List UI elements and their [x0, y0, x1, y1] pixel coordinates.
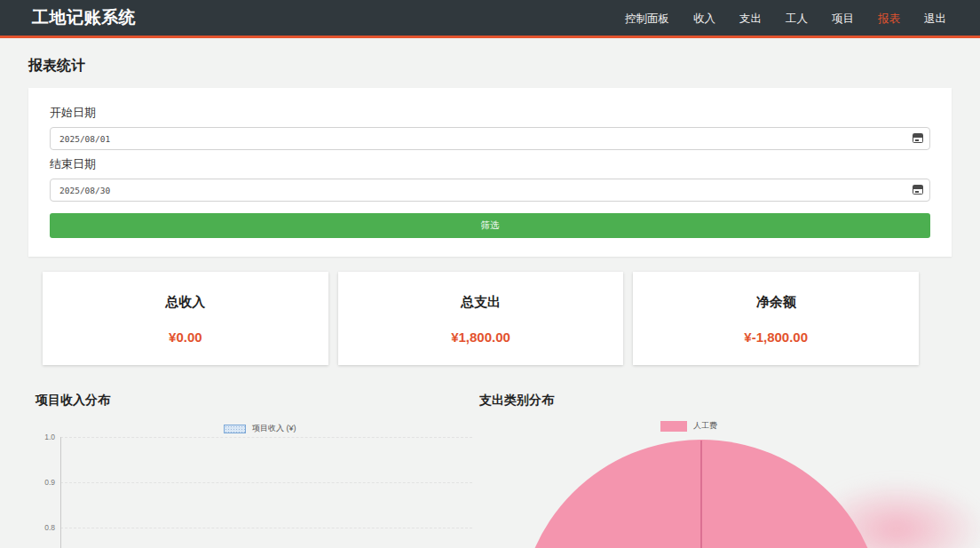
gridline	[60, 482, 472, 483]
gridline	[60, 528, 472, 528]
expense-chart-legend[interactable]: 人工费	[660, 420, 717, 432]
legend-label: 项目收入 (¥)	[252, 423, 296, 434]
calendar-icon[interactable]	[913, 133, 923, 143]
app-title[interactable]: 工地记账系统	[32, 6, 136, 29]
card-title: 净余额	[633, 294, 919, 311]
legend-label: 人工费	[693, 420, 717, 432]
card-value: ¥0.00	[43, 330, 328, 345]
nav-item-reports[interactable]: 报表	[878, 12, 900, 25]
summary-card-total-income: 总收入 ¥0.00	[43, 272, 328, 365]
page-title: 报表统计	[28, 57, 952, 75]
y-axis-line	[60, 437, 61, 548]
nav-item-projects[interactable]: 项目	[832, 12, 854, 25]
bar-legend-swatch-icon	[224, 425, 246, 433]
card-title: 总支出	[338, 294, 624, 311]
calendar-icon[interactable]	[913, 185, 923, 195]
nav-item-income[interactable]: 收入	[693, 12, 715, 25]
main-content: 报表统计 开始日期 结束日期 筛选 总收入 ¥0.00 总支出 ¥1,800.0…	[0, 57, 980, 365]
date-filter-panel: 开始日期 结束日期 筛选	[28, 88, 952, 257]
end-date-wrap	[50, 179, 930, 202]
pie-legend-swatch-icon	[660, 421, 687, 432]
card-value: ¥-1,800.00	[633, 330, 919, 345]
end-date-label: 结束日期	[50, 156, 930, 172]
y-axis-tick: 0.9	[25, 478, 55, 487]
start-date-label: 开始日期	[50, 105, 930, 121]
income-chart-title: 项目收入分布	[36, 393, 110, 409]
end-date-input[interactable]	[50, 179, 930, 202]
nav-item-expense[interactable]: 支出	[739, 12, 762, 25]
summary-cards-row: 总收入 ¥0.00 总支出 ¥1,800.00 净余额 ¥-1,800.00	[43, 272, 919, 365]
nav-item-logout[interactable]: 退出	[924, 12, 946, 25]
filter-submit-button[interactable]: 筛选	[50, 213, 930, 238]
gridline	[60, 437, 472, 438]
card-value: ¥1,800.00	[338, 330, 624, 345]
pie-slice-divider	[700, 441, 702, 548]
y-axis-tick: 0.8	[25, 523, 55, 532]
y-axis-tick: 1.0	[25, 433, 55, 441]
expense-chart-title: 支出类别分布	[479, 393, 554, 409]
start-date-wrap	[50, 127, 930, 150]
top-navbar: 工地记账系统 控制面板 收入 支出 工人 项目 报表 退出	[0, 0, 980, 38]
summary-card-total-expense: 总支出 ¥1,800.00	[338, 272, 624, 365]
start-date-input[interactable]	[50, 127, 930, 150]
income-chart-legend[interactable]: 项目收入 (¥)	[224, 423, 296, 434]
nav-item-dashboard[interactable]: 控制面板	[625, 12, 669, 25]
nav-menu: 控制面板 收入 支出 工人 项目 报表 退出	[625, 10, 946, 27]
nav-item-workers[interactable]: 工人	[786, 12, 808, 25]
card-title: 总收入	[43, 294, 328, 311]
summary-card-net-balance: 净余额 ¥-1,800.00	[633, 272, 919, 365]
charts-row: 项目收入分布 项目收入 (¥) 1.0 0.9 0.8 支出类别分布 人工费	[0, 387, 980, 548]
